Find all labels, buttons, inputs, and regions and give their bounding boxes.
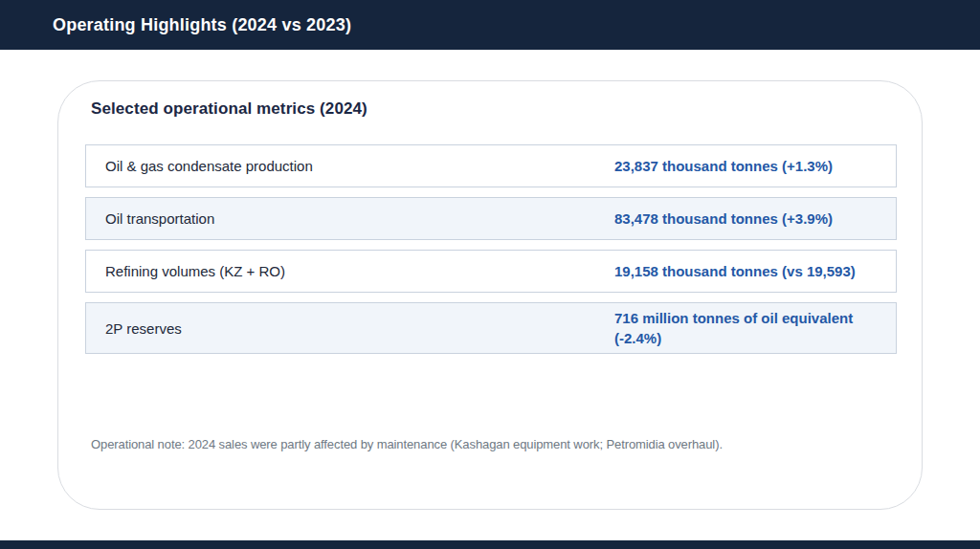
metric-value: 19,158 thousand tonnes (vs 19,593) xyxy=(614,261,896,281)
metric-value: 23,837 thousand tonnes (+1.3%) xyxy=(614,156,896,176)
table-row: 2P reserves 716 million tonnes of oil eq… xyxy=(85,302,897,354)
metric-value: 83,478 thousand tonnes (+3.9%) xyxy=(614,209,896,229)
operational-note: Operational note: 2024 sales were partly… xyxy=(91,437,723,451)
metric-label: Oil transportation xyxy=(86,210,614,227)
page-title: Operating Highlights (2024 vs 2023) xyxy=(53,15,351,35)
metric-value: 716 million tonnes of oil equivalent (-2… xyxy=(614,308,896,348)
metrics-table: Oil & gas condensate production 23,837 t… xyxy=(85,144,897,354)
table-row: Oil transportation 83,478 thousand tonne… xyxy=(85,197,897,240)
metric-label: Refining volumes (KZ + RO) xyxy=(86,263,614,279)
header-bar: Operating Highlights (2024 vs 2023) xyxy=(0,0,980,50)
footer-bar xyxy=(0,540,980,549)
table-row: Oil & gas condensate production 23,837 t… xyxy=(85,144,897,187)
card-title: Selected operational metrics (2024) xyxy=(91,99,368,119)
metric-label: Oil & gas condensate production xyxy=(86,158,614,174)
metric-label: 2P reserves xyxy=(86,320,614,337)
table-row: Refining volumes (KZ + RO) 19,158 thousa… xyxy=(85,250,897,293)
metrics-card: Selected operational metrics (2024) Oil … xyxy=(57,80,923,510)
slide: Operating Highlights (2024 vs 2023) Sele… xyxy=(0,0,980,549)
